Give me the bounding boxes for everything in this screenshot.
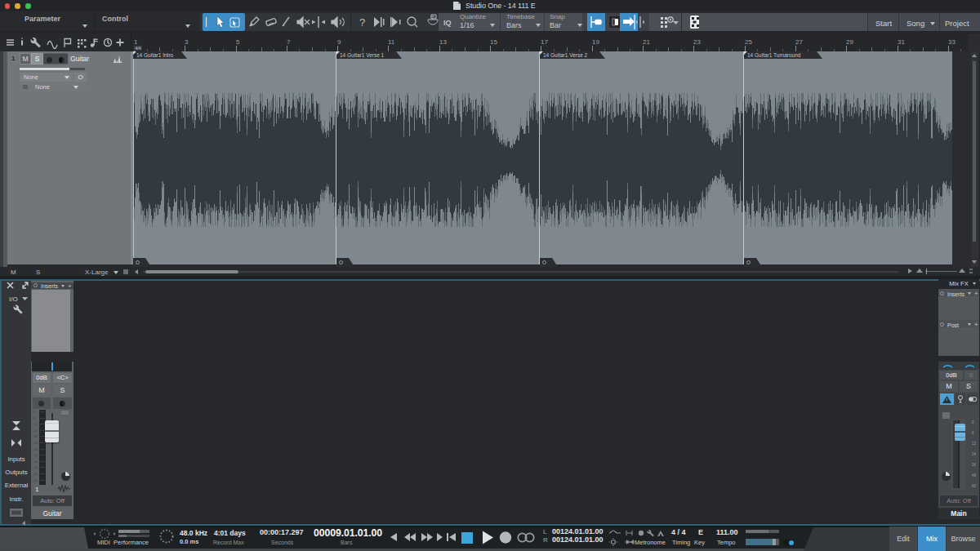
svg-text:B: B (432, 16, 434, 20)
svg-text:External: External (5, 482, 29, 489)
svg-text:Inputs: Inputs (7, 455, 24, 463)
svg-text:I/O: I/O (9, 295, 18, 303)
svg-text:?: ? (359, 16, 365, 29)
svg-text:Instr.: Instr. (10, 495, 24, 503)
svg-text:Outputs: Outputs (5, 469, 27, 476)
